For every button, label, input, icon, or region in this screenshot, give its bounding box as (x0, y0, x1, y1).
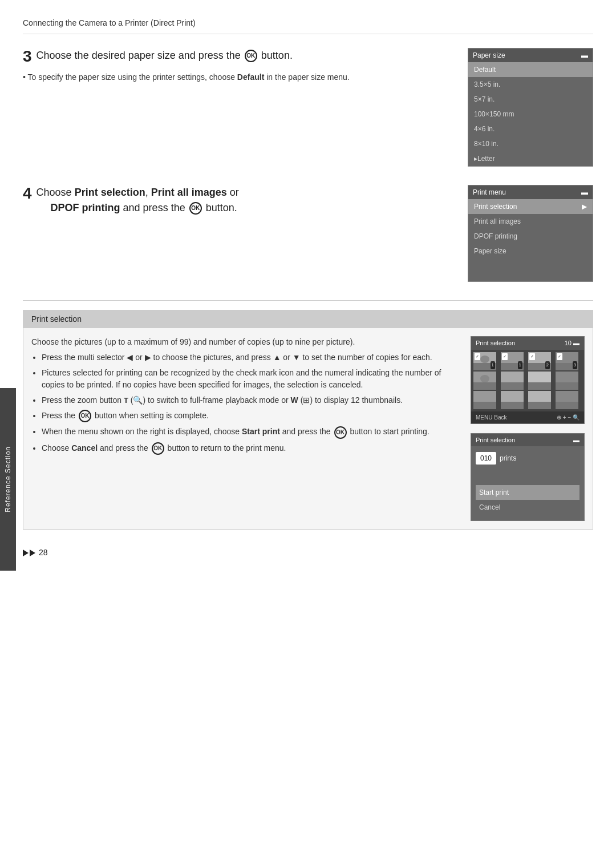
thumb-img-9 (473, 391, 496, 409)
confirm-screen: Print selection ▬ 010 prints Start print… (471, 433, 585, 522)
ok-icon-inline3: OK (152, 442, 164, 455)
step4-left: 4 Choose Print selection, Print all imag… (23, 185, 456, 221)
thumb-img-12 (556, 391, 578, 409)
thumb-cell-8 (556, 371, 578, 390)
footer-arrows (23, 550, 35, 556)
step3-title: 3 Choose the desired paper size and pres… (23, 48, 456, 66)
start-print-label: Start print (242, 427, 280, 436)
ok-icon-inline2: OK (334, 426, 347, 439)
confirm-prints-box: 010 prints (476, 452, 516, 465)
paper-size-item-0: Default (468, 62, 593, 77)
print-menu-item-2: DPOF printing (468, 229, 593, 244)
thumb-cell-2: ✓ 1 (501, 352, 524, 370)
print-menu-item-0: Print selection ▶ (468, 199, 593, 214)
thumb-num-2: 1 (518, 361, 522, 369)
zoom-w: W (291, 395, 298, 405)
print-selection-section: Print selection Choose the pictures (up … (23, 310, 593, 530)
thumb-cell-11 (528, 391, 551, 409)
step4-section: 4 Choose Print selection, Print all imag… (23, 185, 593, 282)
thumb-screen-count: 10 ▬ (565, 338, 579, 348)
ok-icon-inline: OK (79, 410, 91, 422)
bullet-4: Press the OK button when setting is comp… (42, 410, 459, 422)
confirm-screen-icon: ▬ (573, 435, 579, 445)
step3-screen: Paper size ▬ Default 3.5×5 in. 5×7 in. 1… (468, 48, 593, 167)
bullet-1: Press the multi selector ◀ or ▶ to choos… (42, 352, 459, 364)
thumb-screen-footer: MENU Back ⊕ + − 🔍 (471, 411, 584, 423)
step4-title: 4 Choose Print selection, Print all imag… (23, 185, 456, 216)
page-number: 28 (39, 547, 48, 559)
paper-size-icon: ▬ (581, 50, 588, 60)
thumb-img-6 (501, 371, 524, 390)
arrow-icon-2 (30, 550, 35, 556)
step4-number: 4 (23, 185, 32, 203)
print-menu-header: Print menu ▬ (468, 185, 593, 199)
confirm-menu-start-print: Start print (476, 485, 579, 500)
thumb-cell-6 (501, 371, 524, 390)
page-footer: 28 (23, 547, 593, 559)
paper-size-screen: Paper size ▬ Default 3.5×5 in. 5×7 in. 1… (468, 48, 593, 167)
step3-title-text: Choose the desired paper size and press … (37, 50, 241, 61)
step4-bold2: Print all images (151, 187, 227, 198)
thumb-check-2: ✓ (502, 353, 508, 361)
thumb-cell-5 (473, 371, 496, 390)
breadcrumb: Connecting the Camera to a Printer (Dire… (23, 17, 593, 34)
zoom-grid: ⊞ (303, 395, 310, 405)
step4-title-suffix: and press the (120, 202, 185, 213)
thumb-cell-7 (528, 371, 551, 390)
step3-bold: Default (237, 72, 264, 82)
thumb-img-5 (473, 371, 496, 390)
thumb-cell-4: ✓ 3 (556, 352, 578, 370)
step3-title-suffix: button. (261, 50, 293, 61)
thumb-check-1: ✓ (475, 353, 480, 361)
paper-size-item-5: 8×10 in. (468, 136, 593, 151)
print-selection-text: Choose the pictures (up to a maximum of … (31, 336, 459, 458)
cancel-label: Cancel (71, 443, 98, 453)
side-tab-label: Reference Section (3, 446, 13, 512)
step4-bold3: DPOF printing (51, 202, 120, 213)
step3-number: 3 (23, 48, 32, 66)
thumb-img-7 (528, 371, 551, 390)
bullet-5: When the menu shown on the right is disp… (42, 426, 459, 438)
thumb-num-3: 2 (545, 361, 550, 369)
bullet-2: Pictures selected for printing can be re… (42, 367, 459, 391)
zoom-q: 🔍 (133, 395, 143, 405)
print-menu-body: Print selection ▶ Print all images DPOF … (468, 199, 593, 281)
step3-bullet: • To specify the paper size using the pr… (23, 71, 456, 83)
paper-size-item-2: 5×7 in. (468, 92, 593, 107)
thumb-cell-3: ✓ 2 (528, 352, 551, 370)
thumb-cell-1: ✓ 1 (473, 352, 496, 370)
step4-middle: or (227, 187, 239, 198)
paper-size-item-4: 4×6 in. (468, 122, 593, 136)
step3-section: 3 Choose the desired paper size and pres… (23, 48, 593, 167)
print-selection-body: Choose the pictures (up to a maximum of … (23, 328, 593, 529)
thumb-num-4: 3 (573, 361, 577, 369)
zoom-t: T (124, 396, 128, 405)
step4-title-end: button. (206, 202, 237, 213)
arrow-icon-1 (23, 550, 29, 556)
thumb-num-1: 1 (491, 361, 495, 369)
thumb-screen-title: Print selection (476, 338, 515, 348)
thumb-screen-header: Print selection 10 ▬ (471, 337, 584, 350)
step3-body: • To specify the paper size using the pr… (23, 71, 456, 87)
thumb-cell-10 (501, 391, 524, 409)
step4-sep1: , (145, 187, 151, 198)
print-menu-icon: ▬ (581, 187, 588, 197)
thumb-cell-12 (556, 391, 578, 409)
prints-label: prints (500, 453, 516, 463)
paper-size-title: Paper size (473, 50, 505, 60)
confirm-menu-cancel: Cancel (476, 500, 579, 515)
paper-size-item-1: 3.5×5 in. (468, 77, 593, 92)
step4-title-prefix: Choose (37, 187, 75, 198)
paper-size-screen-header: Paper size ▬ (468, 49, 593, 62)
print-menu-screen: Print menu ▬ Print selection ▶ Print all… (468, 185, 593, 282)
confirm-screen-title: Print selection (476, 435, 515, 445)
ok-icon-step4: OK (189, 202, 202, 215)
thumb-check-4: ✓ (557, 353, 562, 361)
print-selection-screens: Print selection 10 ▬ ✓ 1 ✓ 1 (471, 336, 585, 521)
print-menu-item-0-arrow: ▶ (582, 201, 587, 212)
thumb-img-10 (501, 391, 524, 409)
bullet-3: Press the zoom button T (🔍) to switch to… (42, 394, 459, 406)
prints-value: 010 (476, 452, 496, 465)
thumb-cell-9 (473, 391, 496, 409)
print-selection-intro: Choose the pictures (up to a maximum of … (31, 336, 459, 348)
